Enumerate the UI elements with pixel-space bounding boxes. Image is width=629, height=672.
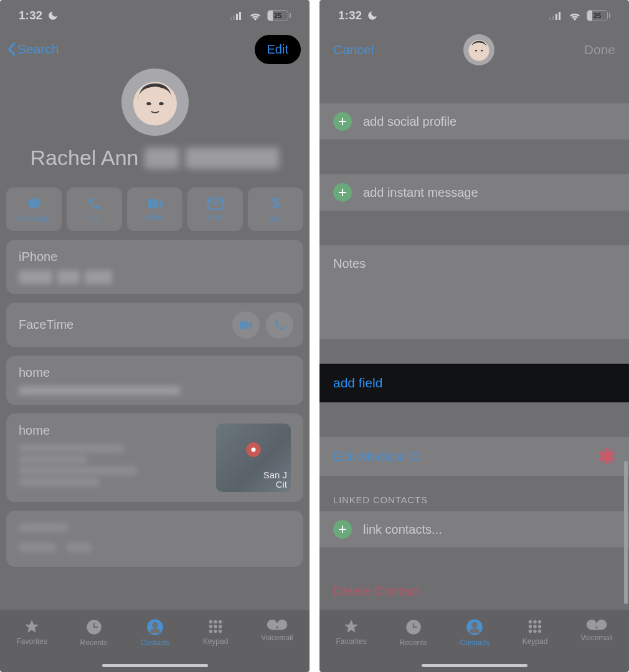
status-time: 1:32 (338, 9, 362, 22)
home-indicator[interactable] (422, 664, 527, 667)
contact-view-screen: 1:32 25 Search Edit Rachel Ann message c… (0, 0, 310, 672)
facetime-video-button[interactable] (232, 311, 260, 339)
svg-point-17 (152, 622, 158, 628)
svg-rect-30 (549, 17, 551, 20)
link-contacts-row[interactable]: link contacts... (319, 511, 629, 547)
svg-point-57 (587, 620, 596, 629)
qa-call[interactable]: call (67, 187, 122, 231)
svg-point-19 (214, 620, 217, 623)
tab-recents[interactable]: Recents (400, 618, 427, 647)
svg-rect-32 (556, 14, 557, 20)
add-field-row[interactable]: add field (319, 364, 629, 402)
status-bar: 1:32 25 (0, 0, 310, 31)
tab-bar: Favorites Recents Contacts Keypad Voicem… (319, 610, 629, 672)
svg-rect-7 (148, 199, 158, 208)
address-card[interactable]: home San JCit (6, 414, 303, 502)
add-social-label: add social profile (363, 115, 456, 129)
tab-keypad[interactable]: Keypad (203, 618, 229, 646)
quick-action-row: message call video mail $pay (0, 187, 310, 240)
scroll-indicator[interactable] (624, 461, 628, 604)
linked-contacts-header: LINKED CONTACTS (319, 495, 629, 511)
svg-rect-2 (236, 14, 238, 20)
back-button[interactable]: Search (6, 42, 59, 57)
tab-voicemail[interactable]: Voicemail (580, 618, 612, 642)
add-field-label: add field (333, 376, 382, 390)
svg-rect-45 (412, 627, 417, 628)
contact-edit-screen: 1:32 25 Cancel Done add social profile a… (319, 0, 629, 672)
extra-card[interactable] (6, 511, 303, 567)
svg-point-18 (209, 620, 212, 623)
svg-point-50 (538, 620, 541, 623)
address-redacted (19, 444, 207, 486)
svg-point-52 (533, 625, 536, 628)
svg-point-21 (209, 625, 212, 628)
tab-voicemail[interactable]: Voicemail (261, 618, 293, 642)
medical-id-label: Edit Medical ID (333, 449, 421, 464)
svg-point-24 (209, 630, 212, 633)
chevron-left-icon (6, 42, 16, 56)
svg-point-53 (538, 625, 541, 628)
svg-rect-40 (339, 192, 346, 193)
facetime-label: FaceTime (19, 318, 73, 331)
delete-contact-row[interactable]: Delete Contact (319, 572, 629, 610)
email-label: home (19, 366, 291, 380)
tab-favorites[interactable]: Favorites (336, 618, 366, 646)
svg-point-25 (214, 630, 217, 633)
email-card[interactable]: home (6, 356, 303, 405)
cancel-button[interactable]: Cancel (333, 42, 374, 57)
add-social-profile-row[interactable]: add social profile (319, 103, 629, 140)
edit-medical-id-row[interactable]: Edit Medical ID ✱ (319, 437, 629, 476)
svg-point-49 (533, 620, 536, 623)
done-button[interactable]: Done (584, 42, 615, 57)
svg-point-48 (529, 620, 532, 623)
status-time: 1:32 (19, 9, 42, 22)
nav-bar: Cancel Done (319, 31, 629, 69)
tab-recents[interactable]: Recents (80, 618, 108, 647)
facetime-card: FaceTime (6, 303, 303, 347)
svg-point-35 (475, 50, 478, 51)
tab-favorites[interactable]: Favorites (16, 618, 47, 646)
qa-video[interactable]: video (127, 187, 182, 231)
cellular-icon (230, 11, 244, 20)
svg-point-34 (468, 40, 489, 61)
svg-text:$: $ (272, 196, 280, 211)
facetime-audio-button[interactable] (266, 311, 293, 339)
tab-contacts[interactable]: Contacts (140, 618, 169, 647)
svg-rect-0 (230, 17, 232, 20)
qa-pay[interactable]: $pay (248, 187, 303, 231)
contact-avatar[interactable] (121, 69, 189, 136)
cellular-icon (549, 11, 563, 20)
notes-field[interactable]: Notes (319, 245, 629, 339)
back-label: Search (17, 42, 59, 57)
notes-label: Notes (333, 257, 366, 270)
add-im-label: add instant message (363, 186, 478, 200)
plus-icon (333, 183, 352, 202)
tab-bar: Favorites Recents Contacts Keypad Voicem… (0, 610, 310, 672)
svg-rect-15 (93, 627, 97, 628)
qa-mail[interactable]: mail (187, 187, 243, 231)
home-indicator[interactable] (102, 664, 208, 667)
svg-point-23 (219, 625, 222, 628)
svg-point-20 (219, 620, 222, 623)
moon-icon (367, 10, 378, 21)
svg-rect-1 (233, 16, 235, 20)
phone-label: iPhone (19, 250, 291, 264)
svg-rect-3 (239, 12, 241, 20)
plus-icon (333, 112, 352, 131)
qa-message[interactable]: message (6, 187, 62, 231)
svg-point-36 (481, 50, 483, 51)
tab-keypad[interactable]: Keypad (523, 618, 548, 646)
svg-rect-33 (559, 12, 560, 20)
contact-avatar-small[interactable] (463, 34, 494, 65)
svg-point-28 (278, 620, 286, 629)
address-label: home (19, 424, 207, 438)
add-instant-message-row[interactable]: add instant message (319, 174, 629, 211)
phone-card[interactable]: iPhone (6, 240, 303, 294)
link-contacts-label: link contacts... (363, 523, 442, 537)
svg-point-47 (471, 622, 477, 628)
svg-point-26 (219, 630, 222, 633)
edit-button[interactable]: Edit (255, 35, 301, 64)
map-thumbnail[interactable]: San JCit (216, 424, 291, 492)
svg-rect-10 (240, 321, 248, 328)
tab-contacts[interactable]: Contacts (460, 618, 489, 647)
